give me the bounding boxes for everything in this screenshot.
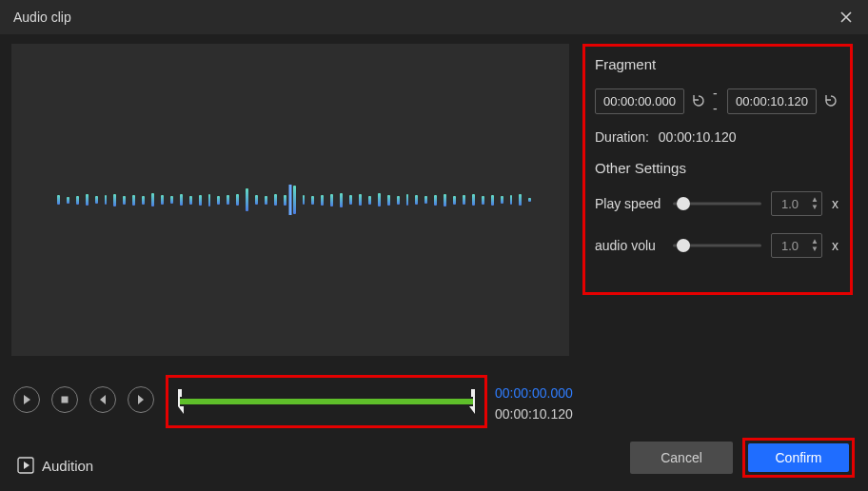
fragment-start-reset-button[interactable] (691, 92, 706, 109)
fragment-end-value: 00:00:10.120 (736, 94, 808, 108)
settings-panel: Fragment 00:00:00.000 -- 00:00:10.120 Du… (582, 44, 853, 295)
fragment-end-reset-button[interactable] (823, 92, 838, 109)
fragment-end-field[interactable]: 00:00:10.120 (727, 88, 817, 114)
other-settings-heading: Other Settings (595, 160, 838, 176)
play-speed-value: 1.0 (772, 197, 808, 211)
audio-volume-row: audio volu 1.0 ▲▼ x (595, 233, 838, 258)
stop-button[interactable] (51, 386, 78, 413)
audition-label: Audition (42, 458, 93, 474)
transport-controls (13, 386, 154, 413)
cancel-button[interactable]: Cancel (630, 442, 733, 474)
trim-track (178, 399, 475, 404)
cancel-label: Cancel (661, 450, 702, 465)
close-button[interactable] (838, 9, 855, 26)
timeline-trim[interactable] (166, 375, 487, 428)
audio-volume-value: 1.0 (772, 239, 808, 253)
dialog-title: Audio clip (13, 10, 71, 25)
fragment-start-value: 00:00:00.000 (603, 94, 676, 108)
waveform-display (57, 44, 531, 356)
fragment-heading: Fragment (595, 56, 838, 72)
current-time: 00:00:00.000 (495, 383, 573, 403)
step-back-icon (97, 394, 108, 405)
fragment-range-row: 00:00:00.000 -- 00:00:10.120 (595, 86, 838, 116)
dialog-body: Fragment 00:00:00.000 -- 00:00:10.120 Du… (0, 34, 868, 491)
waveform-bars (57, 44, 531, 356)
play-icon (21, 394, 32, 405)
handle-right-icon (469, 389, 479, 414)
play-speed-row: Play speed 1.0 ▲▼ x (595, 191, 838, 216)
audio-volume-slider[interactable] (673, 238, 761, 253)
audition-button[interactable]: Audition (17, 457, 93, 474)
audition-play-icon (17, 457, 34, 474)
waveform-playhead (289, 185, 292, 215)
step-forward-icon (135, 394, 147, 405)
handle-left-icon (174, 389, 184, 414)
svg-rect-0 (62, 397, 69, 403)
play-button[interactable] (13, 386, 40, 413)
duration-label: Duration: (595, 129, 649, 145)
waveform-panel[interactable] (11, 44, 569, 356)
stop-icon (59, 394, 70, 405)
stepper-icon[interactable]: ▲▼ (808, 238, 821, 253)
range-separator: -- (713, 86, 720, 116)
step-forward-button[interactable] (128, 386, 154, 413)
dialog-buttons: Cancel Confirm (630, 438, 855, 478)
play-speed-input[interactable]: 1.0 ▲▼ (771, 191, 822, 216)
trim-handle-start[interactable] (174, 389, 184, 414)
refresh-icon (691, 93, 706, 108)
trim-handle-end[interactable] (469, 389, 479, 414)
total-time: 00:00:10.120 (495, 403, 573, 424)
audio-volume-suffix: x (832, 238, 838, 253)
play-speed-label: Play speed (595, 196, 663, 211)
title-bar: Audio clip (0, 0, 868, 34)
fragment-start-field[interactable]: 00:00:00.000 (595, 88, 684, 114)
confirm-label: Confirm (775, 450, 821, 465)
stepper-icon[interactable]: ▲▼ (808, 196, 821, 211)
audio-volume-label: audio volu (595, 238, 663, 253)
play-speed-suffix: x (832, 196, 838, 211)
play-speed-slider[interactable] (673, 196, 761, 211)
duration-value: 00:00:10.120 (659, 129, 737, 145)
duration-row: Duration: 00:00:10.120 (595, 129, 838, 145)
confirm-highlight: Confirm (742, 438, 855, 478)
refresh-icon (823, 93, 838, 108)
confirm-button[interactable]: Confirm (748, 443, 849, 472)
time-readouts: 00:00:00.000 00:00:10.120 (495, 383, 573, 424)
audio-volume-input[interactable]: 1.0 ▲▼ (771, 233, 822, 258)
close-icon (838, 10, 854, 25)
step-back-button[interactable] (89, 386, 116, 413)
